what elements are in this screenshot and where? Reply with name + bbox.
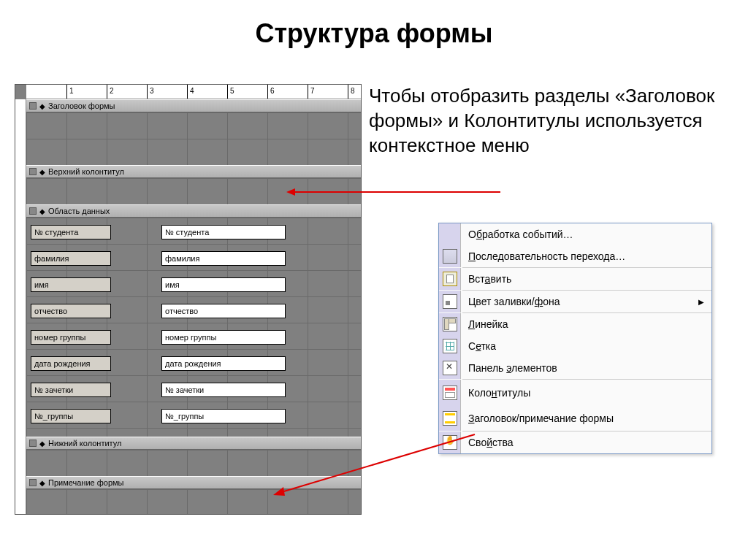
menu-label: Заголовок/примечание формы — [468, 413, 614, 424]
section-bar-page-header[interactable]: ◆ Верхний колонтитул — [26, 165, 361, 178]
tab-order-icon — [443, 249, 457, 264]
ruler-tick — [267, 85, 268, 99]
ruler-tick — [66, 85, 67, 99]
menu-item-fill-color[interactable]: Цвет заливки/фона ▶ — [439, 291, 711, 312]
field-control[interactable]: номер группы — [161, 330, 286, 345]
paste-icon — [443, 272, 457, 286]
menu-label: Вставить — [468, 273, 511, 285]
field-label[interactable]: № студента — [31, 225, 111, 239]
section-selector-icon — [29, 207, 37, 215]
ruler-tick — [308, 85, 308, 99]
menu-item-paste[interactable]: Вставить — [439, 268, 711, 290]
form-header-icon — [443, 411, 457, 426]
field-control[interactable]: дата рождения — [161, 356, 286, 371]
collapse-handle-icon: ◆ — [39, 440, 45, 448]
context-menu[interactable]: Обработка событий… Последовательность пе… — [438, 223, 712, 454]
menu-label: Цвет заливки/фона — [468, 296, 560, 307]
menu-item-events[interactable]: Обработка событий… — [439, 223, 711, 245]
collapse-handle-icon: ◆ — [39, 168, 45, 176]
submenu-arrow-icon: ▶ — [698, 291, 711, 312]
ruler-icon — [443, 317, 457, 331]
grid-icon — [443, 339, 457, 353]
field-control[interactable]: отчество — [161, 304, 286, 318]
menu-label: Линейка — [468, 318, 508, 330]
properties-icon — [443, 435, 457, 450]
menu-item-tab-order[interactable]: Последовательность перехода… — [439, 245, 711, 267]
section-selector-icon — [29, 479, 37, 486]
section-bar-detail[interactable]: ◆ Область данных — [26, 204, 361, 218]
page-header-icon — [443, 386, 457, 400]
page-footer-area[interactable] — [26, 450, 361, 476]
menu-label: Колонтитулы — [468, 387, 530, 399]
section-bar-form-header[interactable]: ◆ Заголовок формы — [26, 99, 361, 112]
section-bar-page-footer[interactable]: ◆ Нижний колонтитул — [26, 437, 361, 450]
field-control[interactable]: имя — [161, 277, 286, 292]
section-label: Верхний колонтитул — [48, 167, 124, 176]
section-label: Заголовок формы — [48, 101, 115, 110]
form-header-area[interactable] — [26, 112, 361, 165]
ruler-tick — [107, 85, 107, 99]
menu-item-form-header-footer[interactable]: Заголовок/примечание формы — [439, 405, 711, 431]
ruler-tick — [227, 85, 228, 99]
section-label: Примечание формы — [48, 478, 123, 487]
slide-title: Структура формы — [0, 0, 748, 60]
menu-item-ruler[interactable]: Линейка — [439, 313, 711, 335]
vertical-ruler[interactable] — [15, 99, 26, 514]
menu-label: Свойства — [468, 437, 514, 448]
menu-label: Обработка событий… — [468, 229, 573, 240]
menu-item-toolbox[interactable]: Панель элементов — [439, 357, 711, 379]
section-bar-form-footer[interactable]: ◆ Примечание формы — [26, 476, 361, 489]
field-control[interactable]: № зачетки — [161, 383, 286, 397]
section-label: Нижний колонтитул — [48, 439, 121, 448]
section-selector-icon — [29, 168, 37, 175]
field-label[interactable]: имя — [31, 277, 111, 292]
field-control[interactable]: №_группы — [161, 409, 286, 423]
menu-item-grid[interactable]: Сетка — [439, 335, 711, 357]
form-design-view[interactable]: ◆ Заголовок формы ◆ Верхний колонтитул ◆… — [15, 84, 362, 515]
section-selector-icon — [29, 440, 37, 447]
field-control[interactable]: № студента — [161, 225, 286, 239]
menu-item-page-headers[interactable]: Колонтитулы — [439, 380, 711, 405]
form-footer-area[interactable] — [26, 489, 361, 515]
ruler-tick — [348, 85, 348, 99]
menu-label: Сетка — [468, 340, 496, 352]
field-label[interactable]: № зачетки — [31, 383, 111, 397]
menu-item-properties[interactable]: Свойства — [439, 431, 711, 453]
menu-label: Последовательность перехода… — [468, 250, 625, 262]
horizontal-ruler[interactable] — [26, 85, 361, 99]
detail-area[interactable]: № студента№ студентафамилияфамилияимяимя… — [26, 218, 361, 437]
field-label[interactable]: фамилия — [31, 251, 111, 266]
collapse-handle-icon: ◆ — [39, 102, 45, 110]
menu-label: Панель элементов — [468, 362, 557, 374]
section-selector-icon — [29, 102, 37, 110]
ruler-tick — [147, 85, 148, 99]
page-header-area[interactable] — [26, 178, 361, 204]
collapse-handle-icon: ◆ — [39, 207, 45, 215]
collapse-handle-icon: ◆ — [39, 479, 45, 487]
field-label[interactable]: отчество — [31, 304, 111, 318]
ruler-tick — [187, 85, 188, 99]
field-label[interactable]: дата рождения — [31, 356, 111, 371]
field-label[interactable]: номер группы — [31, 330, 111, 345]
toolbox-icon — [443, 361, 457, 375]
fill-color-icon — [443, 294, 457, 309]
section-label: Область данных — [48, 207, 110, 215]
explanation-text: Чтобы отобразить разделы «Заголовок форм… — [369, 84, 741, 158]
field-label[interactable]: №_группы — [31, 409, 111, 423]
field-control[interactable]: фамилия — [161, 251, 286, 266]
